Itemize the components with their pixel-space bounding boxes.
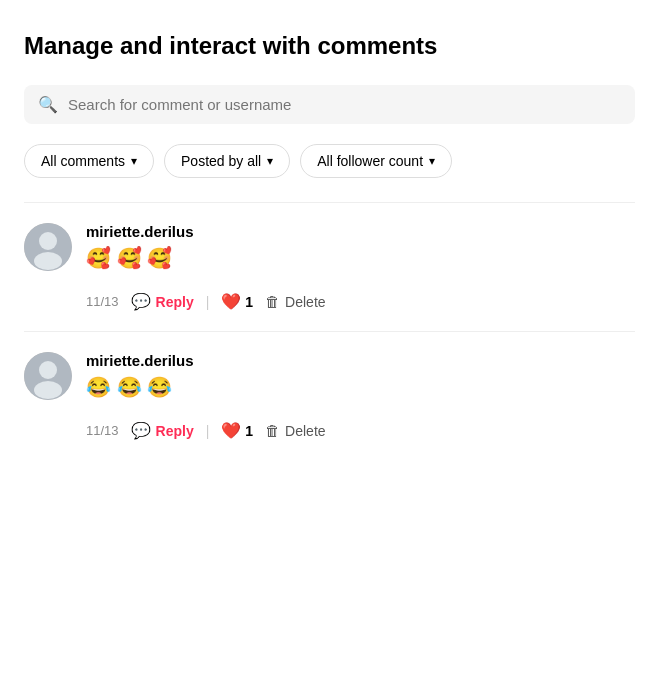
delete-button[interactable]: 🗑 Delete bbox=[265, 422, 325, 439]
svg-point-5 bbox=[34, 381, 62, 399]
search-bar: 🔍 bbox=[24, 85, 635, 124]
reply-label: Reply bbox=[156, 423, 194, 439]
reply-icon: 💬 bbox=[131, 292, 151, 311]
delete-button[interactable]: 🗑 Delete bbox=[265, 293, 325, 310]
comment-text: 😂 😂 😂 bbox=[86, 373, 194, 401]
avatar-img-0 bbox=[24, 223, 72, 271]
heart-icon: ❤️ bbox=[221, 292, 241, 311]
filter-all-comments[interactable]: All comments▾ bbox=[24, 144, 154, 178]
avatar bbox=[24, 223, 72, 271]
filter-label-posted-by-all: Posted by all bbox=[181, 153, 261, 169]
reply-button[interactable]: 💬 Reply bbox=[131, 292, 194, 311]
like-button[interactable]: ❤️ 1 bbox=[221, 292, 253, 311]
trash-icon: 🗑 bbox=[265, 293, 280, 310]
reply-label: Reply bbox=[156, 294, 194, 310]
reply-icon: 💬 bbox=[131, 421, 151, 440]
comment-item: miriette.derilus 🥰 🥰 🥰 11/13 💬 Reply | ❤… bbox=[24, 202, 635, 331]
username: miriette.derilus bbox=[86, 352, 194, 369]
comment-actions: 11/13 💬 Reply | ❤️ 1 🗑 Delete bbox=[24, 292, 635, 311]
trash-icon: 🗑 bbox=[265, 422, 280, 439]
search-icon: 🔍 bbox=[38, 95, 58, 114]
heart-icon: ❤️ bbox=[221, 421, 241, 440]
like-button[interactable]: ❤️ 1 bbox=[221, 421, 253, 440]
reply-button[interactable]: 💬 Reply bbox=[131, 421, 194, 440]
comment-text: 🥰 🥰 🥰 bbox=[86, 244, 194, 272]
svg-point-4 bbox=[39, 361, 57, 379]
comment-date: 11/13 bbox=[86, 294, 119, 309]
svg-point-1 bbox=[39, 232, 57, 250]
comment-date: 11/13 bbox=[86, 423, 119, 438]
filter-label-all-follower-count: All follower count bbox=[317, 153, 423, 169]
filter-posted-by-all[interactable]: Posted by all▾ bbox=[164, 144, 290, 178]
comment-item: miriette.derilus 😂 😂 😂 11/13 💬 Reply | ❤… bbox=[24, 331, 635, 460]
comment-body: miriette.derilus 😂 😂 😂 bbox=[86, 352, 194, 401]
comments-list: miriette.derilus 🥰 🥰 🥰 11/13 💬 Reply | ❤… bbox=[24, 202, 635, 460]
like-count: 1 bbox=[245, 294, 253, 310]
avatar bbox=[24, 352, 72, 400]
delete-label: Delete bbox=[285, 294, 325, 310]
comment-actions: 11/13 💬 Reply | ❤️ 1 🗑 Delete bbox=[24, 421, 635, 440]
comment-body: miriette.derilus 🥰 🥰 🥰 bbox=[86, 223, 194, 272]
comment-header: miriette.derilus 🥰 🥰 🥰 bbox=[24, 223, 635, 272]
action-divider: | bbox=[206, 423, 210, 439]
page-title: Manage and interact with comments bbox=[24, 30, 635, 61]
action-divider: | bbox=[206, 294, 210, 310]
chevron-down-icon: ▾ bbox=[131, 154, 137, 168]
chevron-down-icon: ▾ bbox=[267, 154, 273, 168]
search-input[interactable] bbox=[68, 96, 621, 113]
username: miriette.derilus bbox=[86, 223, 194, 240]
like-count: 1 bbox=[245, 423, 253, 439]
avatar-img-1 bbox=[24, 352, 72, 400]
filter-label-all-comments: All comments bbox=[41, 153, 125, 169]
delete-label: Delete bbox=[285, 423, 325, 439]
comment-header: miriette.derilus 😂 😂 😂 bbox=[24, 352, 635, 401]
filter-all-follower-count[interactable]: All follower count▾ bbox=[300, 144, 452, 178]
svg-point-2 bbox=[34, 252, 62, 270]
chevron-down-icon: ▾ bbox=[429, 154, 435, 168]
filter-bar: All comments▾Posted by all▾All follower … bbox=[24, 144, 635, 178]
